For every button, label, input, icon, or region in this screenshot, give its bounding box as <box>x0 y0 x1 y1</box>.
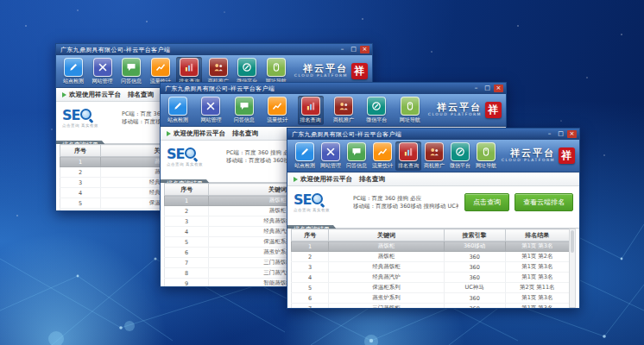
toolbar-item-4[interactable]: 排名查询 <box>395 141 421 171</box>
mouse-icon <box>477 142 496 161</box>
brand-logo-icon: 祥 <box>351 63 368 79</box>
toolbar-item-5[interactable]: 商机推广 <box>421 141 447 171</box>
maximize-button[interactable]: □ <box>349 46 358 53</box>
toolbar-item-7[interactable]: 网址导航 <box>473 141 499 171</box>
breadcrumb-arrow-icon <box>167 131 171 136</box>
query-panel: SE 点击查询 真实有效 PC端：百度 360 搜狗 必应 移动端：百度移动 3… <box>287 186 579 218</box>
cell-engine: 360 <box>444 252 505 262</box>
cell-keyword: 保温柜系列 <box>329 283 444 293</box>
table-row[interactable]: 1蒸饭柜360移动第1页 第3名 <box>292 242 570 252</box>
view-cloud-rank-button[interactable]: 查看云端排名 <box>515 193 573 211</box>
toolbar-item-1[interactable]: 网站管理 <box>90 57 116 86</box>
toolbar-item-label: 排名查询 <box>300 116 321 124</box>
maximize-button[interactable]: □ <box>556 130 565 138</box>
maximize-button[interactable]: □ <box>483 85 492 92</box>
cell-no: 4 <box>60 188 101 198</box>
cell-rank: 第2页 第11名 <box>505 283 569 293</box>
toolbar-item-1[interactable]: 网站管理 <box>198 96 224 125</box>
brand-area: 祥云平台 CLOUD PLATFORM 祥 <box>294 63 368 79</box>
toolbar-item-4[interactable]: 排名查询 <box>298 96 324 125</box>
toolbar-item-3[interactable]: 流量统计 <box>369 141 395 171</box>
desktop-background: 广东九鼎厨具有限公司-祥云平台客户端 – □ × 站点检测网站管理问答信息流量统… <box>0 0 644 345</box>
engine-list: PC端：百度 360 搜狗 必应 移动端：百度移动 360移动 搜狗移动 UC神… <box>353 195 458 210</box>
table-row[interactable]: 7三门蒸饭柜360第1页 第3名 <box>292 304 570 309</box>
tools-icon <box>93 58 112 77</box>
result-tabbar: 排名查询结果 <box>287 218 579 229</box>
brand-logo-icon: 祥 <box>485 102 502 118</box>
cell-no: 5 <box>60 198 101 209</box>
toolbar-item-label: 站点检测 <box>63 78 84 85</box>
brand-name: 祥云平台 <box>294 64 348 73</box>
toolbar-items: 站点检测网站管理问答信息流量统计排名查询商机推广微信平台网址导航 <box>292 141 496 171</box>
cell-no: 6 <box>165 248 209 258</box>
rank-table-container: 序号关键词搜索引擎排名结果 1蒸饭柜360移动第1页 第3名2蒸饭柜360第1页… <box>287 229 579 308</box>
table-row[interactable]: 6蒸煮炉系列360第1页 第3名 <box>292 293 570 304</box>
minimize-button[interactable]: – <box>338 46 347 53</box>
cell-no: 5 <box>292 283 329 293</box>
main-toolbar: 站点检测网站管理问答信息流量统计排名查询商机推广微信平台网址导航 祥云平台 CL… <box>287 140 579 172</box>
magnifier-icon <box>185 147 198 160</box>
breadcrumb-page: 排名查询 <box>128 91 154 99</box>
toolbar-item-0[interactable]: 站点检测 <box>292 141 318 171</box>
window-titlebar[interactable]: 广东九鼎厨具有限公司-祥云平台客户端 – □ × <box>56 44 372 55</box>
toolbar-item-label: 网站管理 <box>200 116 221 124</box>
toolbar-item-2[interactable]: 问答信息 <box>118 57 144 86</box>
users-icon <box>209 58 228 77</box>
toolbar-item-5[interactable]: 商机推广 <box>331 96 357 125</box>
cell-keyword: 蒸煮炉系列 <box>329 293 444 304</box>
toolbar-item-label: 网址导航 <box>476 162 496 170</box>
window-titlebar[interactable]: 广东九鼎厨具有限公司-祥云平台客户端 – □ × <box>161 83 506 94</box>
cell-no: 3 <box>60 178 101 188</box>
window-titlebar[interactable]: 广东九鼎厨具有限公司-祥云平台客户端 – □ × <box>287 129 579 140</box>
line-chart-icon <box>151 58 170 77</box>
click-query-button[interactable]: 点击查询 <box>464 193 509 211</box>
brand-text: 祥云平台 CLOUD PLATFORM <box>294 64 348 78</box>
cell-keyword: 三门蒸饭柜 <box>329 304 444 309</box>
toolbar-item-label: 微信平台 <box>450 162 470 170</box>
cell-keyword: 经典蒸饭柜 <box>329 262 444 273</box>
toolbar-item-7[interactable]: 网址导航 <box>397 96 423 125</box>
cell-rank: 第1页 第3名 <box>505 273 569 283</box>
toolbar-item-label: 问答信息 <box>121 78 142 85</box>
cell-engine: 360 <box>444 293 505 304</box>
toolbar-item-0[interactable]: 站点检测 <box>165 96 191 125</box>
toolbar-item-6[interactable]: 微信平台 <box>447 141 473 171</box>
brand-name: 祥云平台 <box>502 148 555 158</box>
pc-engines-line: PC端：百度 360 搜狗 必应 <box>353 195 458 203</box>
table-row[interactable]: 2蒸饭柜360第1页 第2名 <box>292 252 570 262</box>
cell-no: 7 <box>292 304 329 309</box>
bar-chart-icon <box>180 58 199 77</box>
close-button[interactable]: × <box>494 85 503 92</box>
toolbar-item-2[interactable]: 问答信息 <box>344 141 369 171</box>
window-title: 广东九鼎厨具有限公司-祥云平台客户端 <box>292 130 545 139</box>
toolbar-item-3[interactable]: 流量统计 <box>264 96 290 125</box>
close-button[interactable]: × <box>360 46 369 53</box>
toolbar-item-1[interactable]: 网站管理 <box>318 141 344 171</box>
scrollbar-thumb[interactable] <box>571 230 574 253</box>
close-button[interactable]: × <box>567 130 577 138</box>
table-row[interactable]: 3经典蒸饭柜360第1页 第3名 <box>292 262 570 273</box>
seo-logo-text: SE <box>62 109 79 122</box>
table-row[interactable]: 4经典蒸汽炉360第1页 第3名 <box>292 273 570 283</box>
table-scrollbar[interactable] <box>569 229 576 308</box>
cell-rank: 第1页 第3名 <box>505 242 569 252</box>
toolbar-item-6[interactable]: 微信平台 <box>363 96 389 125</box>
cell-engine: 360 <box>444 262 505 273</box>
minimize-button[interactable]: – <box>545 130 554 138</box>
breadcrumb-welcome: 欢迎使用祥云平台 <box>69 91 121 99</box>
window-title: 广东九鼎厨具有限公司-祥云平台客户端 <box>165 85 471 93</box>
table-row[interactable]: 5保温柜系列UC神马第2页 第11名 <box>292 283 570 293</box>
toolbar-item-label: 网站管理 <box>92 78 113 85</box>
main-toolbar: 站点检测网站管理问答信息流量统计排名查询商机推广微信平台网址导航 祥云平台 CL… <box>161 94 506 127</box>
brand-area: 祥云平台 CLOUD PLATFORM 祥 <box>502 147 575 164</box>
minimize-button[interactable]: – <box>471 85 481 92</box>
toolbar-item-2[interactable]: 问答信息 <box>231 96 257 125</box>
column-header: 关键词 <box>329 229 444 242</box>
chat-icon <box>235 97 254 116</box>
cell-rank: 第1页 第3名 <box>505 293 569 304</box>
toolbar-item-0[interactable]: 站点检测 <box>60 57 86 86</box>
cell-no: 2 <box>292 252 329 262</box>
compass-icon <box>367 97 386 116</box>
toolbar-item-label: 站点检测 <box>167 116 188 124</box>
query-buttons: 点击查询 查看云端排名 <box>464 193 573 211</box>
